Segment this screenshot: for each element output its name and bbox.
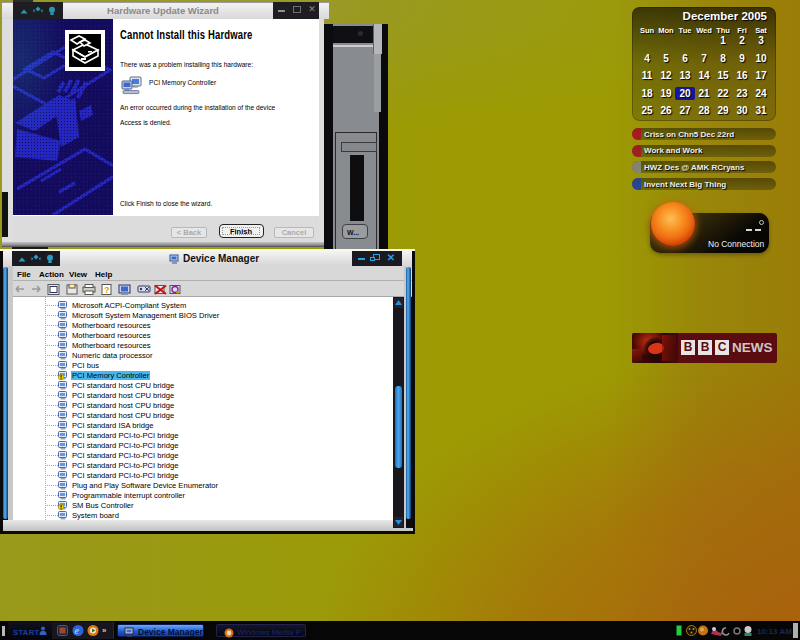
svg-text:e: e [75, 625, 80, 636]
svg-text:»: » [102, 626, 107, 635]
svg-text:?: ? [104, 285, 110, 295]
